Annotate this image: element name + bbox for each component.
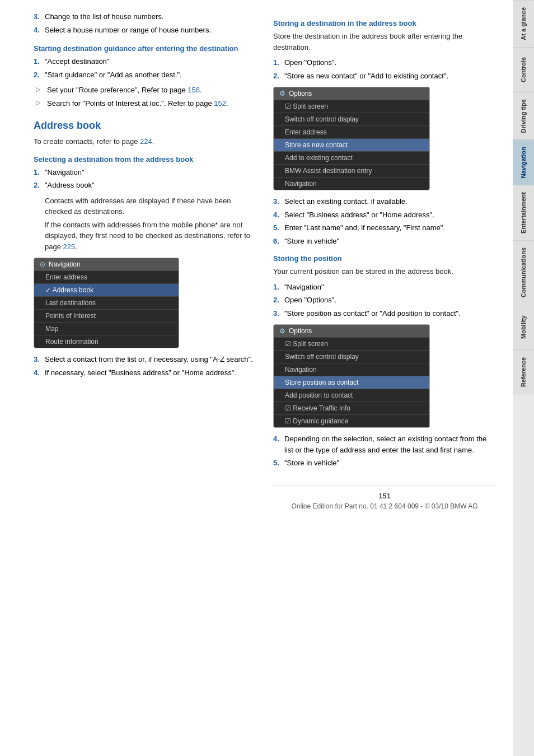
options-menu-item-navigation[interactable]: Navigation [274,177,429,190]
item-text: Open "Options". [284,57,336,68]
options-menu-1-icon: ⚙ [279,90,285,97]
options-menu-item-split-screen[interactable]: ☑ Split screen [274,100,429,113]
item-number: 3. [273,308,281,319]
bullet-text: Search for "Points of Interest at loc.",… [47,98,228,109]
sidebar-tab-at-a-glance[interactable]: At a glance [513,0,534,47]
options-menu-1: ⚙ Options ☑ Split screen Switch off cont… [273,87,430,190]
item-number: 1. [34,56,41,67]
list-item: 3. "Store position as contact" or "Add p… [273,308,496,319]
list-item: 5. Enter "Last name" and, if necessary, … [273,222,496,234]
page-number: 151 [273,492,496,500]
sidebar-tab-communications[interactable]: Communications [513,240,534,304]
list-item: 4. Select "Business address" or "Home ad… [273,209,496,221]
options-menu-item-add-existing[interactable]: Add to existing contact [274,151,429,164]
storing-position-heading: Storing the position [273,254,496,263]
item-text: Change to the list of house numbers. [45,11,163,22]
list-item: 1. "Accept destination" [34,56,256,67]
after-menu-list: 3. Select a contact from the list or, if… [34,354,256,378]
item-number: 4. [273,433,281,455]
options-menu2-item-add-position[interactable]: Add position to contact [274,389,429,402]
options-menu-2-title-text: Options [289,327,312,335]
storing-address-intro: Store the destination in the address boo… [273,31,496,53]
item-text: "Store position as contact" or "Add posi… [284,308,461,319]
address-book-section: Address book To create contacts, refer t… [34,120,256,378]
left-column: 3. Change to the list of house numbers. … [34,11,256,510]
list-item: 3. Select a contact from the list or, if… [34,354,256,365]
sidebar-tab-reference[interactable]: Reference [513,349,534,394]
storing-address-book-section: Storing a destination in the address boo… [273,19,496,246]
page-link-224[interactable]: 224 [140,137,152,146]
list-item: 2. Open "Options". [273,295,496,306]
list-item: 4. Depending on the selection, select an… [273,433,496,455]
page-link-158[interactable]: 158 [188,86,200,94]
selecting-destination-heading: Selecting a destination from the address… [34,155,256,164]
options-menu2-item-switch-off[interactable]: Switch off control display [274,350,429,363]
note2-text: If the contacts with addresses from the … [34,220,256,253]
options-menu2-item-dynamic[interactable]: ☑ Dynamic guidance [274,414,429,427]
item-number: 2. [273,295,281,306]
nav-menu: ⊙ Navigation Enter address ✓ Address boo… [34,258,179,348]
item-text: Select "Business address" or "Home addre… [284,209,434,221]
options-menu-1-title: ⚙ Options [274,87,429,100]
list-item: 4. If necessary, select "Business addres… [34,367,256,379]
list-item: 2. "Start guidance" or "Add as another d… [34,69,256,81]
nav-menu-item-enter-address[interactable]: Enter address [34,270,179,283]
arrow-icon: ▷ [36,85,44,96]
arrow-icon: ▷ [36,98,44,109]
nav-menu-item-last-destinations[interactable]: Last destinations [34,296,179,309]
bullet-item-route: ▷ Set your "Route preference", Refer to … [34,85,256,96]
page-link-225[interactable]: 225 [63,242,76,251]
address-book-heading: Address book [34,120,256,132]
item-number: 3. [273,196,281,207]
sidebar-tab-driving-tips[interactable]: Driving tips [513,92,534,140]
after-menu-2-list: 4. Depending on the selection, select an… [273,433,496,469]
sidebar-tab-entertainment[interactable]: Entertainment [513,185,534,240]
options-menu-2-icon: ⚙ [279,327,285,335]
list-item: 2. "Store as new contact" or "Add to exi… [273,71,496,82]
item-number: 3. [34,354,41,365]
item-number: 4. [273,209,281,221]
item-text: "Store in vehicle" [284,236,339,247]
nav-menu-item-address-book[interactable]: ✓ Address book [34,283,179,296]
options-menu2-item-traffic[interactable]: ☑ Receive Traffic Info [274,402,429,414]
item-number: 3. [34,11,41,22]
sidebar-tab-navigation[interactable]: Navigation [513,139,534,185]
item-text: "Store as new contact" or "Add to existi… [284,71,448,82]
nav-menu-item-points-of-interest[interactable]: Points of Interest [34,309,179,322]
list-item: 6. "Store in vehicle" [273,236,496,247]
item-text: "Address book" [45,180,95,191]
item-text: "Navigation" [284,282,324,293]
item-number: 6. [273,236,281,247]
item-text: Select a contact from the list or, if ne… [45,354,253,365]
options-menu2-item-split-screen[interactable]: ☑ Split screen [274,337,429,350]
storing-position-section: Storing the position Your current positi… [273,254,496,469]
storing-position-intro: Your current position can be stored in t… [273,266,496,277]
list-item: 1. "Navigation" [34,167,256,178]
options-menu-item-enter-address[interactable]: Enter address [274,125,429,138]
options-menu2-item-store-position[interactable]: Store position as contact [274,376,429,389]
selecting-list: 1. "Navigation" 2. "Address book" [34,167,256,191]
list-item: 4. Select a house number or range of hou… [34,25,256,36]
options-menu-item-bmw-assist[interactable]: BMW Assist destination entry [274,164,429,177]
address-book-intro: To create contacts, refer to page 224. [34,136,256,147]
item-number: 4. [34,25,41,36]
options-menu-item-store-new[interactable]: Store as new contact [274,138,429,151]
starting-destination-heading: Starting destination guidance after ente… [34,44,256,53]
sidebar-tab-mobility[interactable]: Mobility [513,305,534,349]
options-menu2-item-navigation[interactable]: Navigation [274,363,429,376]
footer-text: Online Edition for Part no. 01 41 2 604 … [273,502,496,510]
item-number: 1. [34,167,41,178]
item-number: 2. [34,69,41,81]
item-number: 5. [273,222,281,234]
options-menu-item-switch-off[interactable]: Switch off control display [274,113,429,125]
page-link-152[interactable]: 152 [214,99,226,108]
note1-text: Contacts with addresses are displayed if… [34,195,256,217]
list-item: 1. "Navigation" [273,282,496,293]
item-number: 2. [273,71,281,82]
item-text: "Start guidance" or "Add as another dest… [45,69,182,81]
after-menu-1-list: 3. Select an existing contact, if availa… [273,196,496,246]
sidebar-tab-controls[interactable]: Controls [513,47,534,92]
nav-menu-item-map[interactable]: Map [34,322,179,335]
starting-destination-section: Starting destination guidance after ente… [34,44,256,109]
nav-menu-item-route-information[interactable]: Route information [34,335,179,348]
